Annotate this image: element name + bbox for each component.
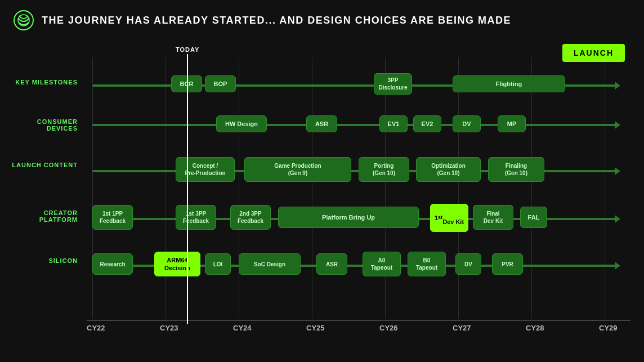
grid-cy29 <box>605 57 605 319</box>
box-optimization: Optimization(Gen 10) <box>416 157 481 182</box>
box-dv-si: DV <box>455 253 481 275</box>
box-dv-cd: DV <box>453 115 481 132</box>
box-final-dev-kit: FinalDev Kit <box>473 205 513 230</box>
box-ev2: EV2 <box>413 115 441 132</box>
box-game-production: Game Production(Gen 9) <box>244 157 351 182</box>
grid-cy28 <box>531 57 532 319</box>
row-label-creator-platform: CREATOR PLATFORM <box>9 209 82 223</box>
track-cd <box>92 124 616 126</box>
box-a0-tapeout: A0Tapeout <box>363 252 401 276</box>
box-hw-design: HW Design <box>216 115 267 132</box>
row-label-silicon: SILICON <box>9 257 82 264</box>
year-cy29: CY29 <box>599 324 618 332</box>
box-mp: MP <box>498 115 526 132</box>
year-cy24: CY24 <box>233 324 252 332</box>
main-container: THE JOURNEY HAS ALREADY STARTED... AND D… <box>0 0 644 362</box>
row-label-launch-content: LAUNCH CONTENT <box>9 162 82 168</box>
box-platform-bring-up: Platform Bring Up <box>278 207 419 228</box>
grid-cy24 <box>239 57 239 319</box>
year-cy28: CY28 <box>526 324 544 332</box>
grid-cy23 <box>166 57 166 319</box>
year-cy26: CY26 <box>379 324 398 332</box>
box-bop: BOP <box>205 75 236 92</box>
today-label: TODAY <box>176 46 199 53</box>
box-asr-cd: ASR <box>306 115 337 132</box>
chart-area: LAUNCH TODAY KEY MILESTONES BCR BOP 3PPD… <box>92 41 630 333</box>
year-cy23: CY23 <box>160 324 178 332</box>
grid-cy25 <box>312 57 312 319</box>
box-porting: Porting(Gen 10) <box>359 157 409 182</box>
box-finaling: Finaling(Gen 10) <box>488 157 544 182</box>
box-b0-tapeout: B0Tapeout <box>408 252 446 276</box>
box-research: Research <box>92 253 133 275</box>
box-flighting: Flighting <box>453 75 565 92</box>
header-title: THE JOURNEY HAS ALREADY STARTED... AND D… <box>42 15 511 26</box>
row-label-consumer-devices: CONSUMER DEVICES <box>9 118 82 132</box>
box-2nd-3pp: 2nd 3PPFeedback <box>230 205 271 230</box>
launch-button: LAUNCH <box>562 44 625 62</box>
year-cy27: CY27 <box>453 324 471 332</box>
grid-cy22 <box>92 57 93 319</box>
box-loi: LOI <box>205 253 231 275</box>
today-marker: TODAY <box>176 46 199 324</box>
svg-point-0 <box>14 11 33 30</box>
today-line <box>187 54 188 324</box>
box-3pp-disclosure: 3PPDisclosure <box>374 73 412 95</box>
box-ev1: EV1 <box>379 115 408 132</box>
box-asr-si: ASR <box>316 253 347 275</box>
box-1pp-feedback: 1st 1PPFeedback <box>92 205 133 230</box>
box-fal: FAL <box>520 207 547 228</box>
header: THE JOURNEY HAS ALREADY STARTED... AND D… <box>14 10 630 30</box>
box-1st-dev-kit: 1stDev Kit <box>430 204 468 232</box>
grid-cy27 <box>458 57 459 319</box>
year-cy25: CY25 <box>306 324 325 332</box>
grid-cy26 <box>385 57 386 319</box>
xbox-icon <box>14 10 34 30</box>
year-cy22: CY22 <box>87 324 105 332</box>
axis-line <box>87 320 630 321</box>
row-label-key-milestones: KEY MILESTONES <box>9 79 82 86</box>
box-soc-design: SoC Design <box>239 253 301 275</box>
box-pvr: PVR <box>492 253 523 275</box>
